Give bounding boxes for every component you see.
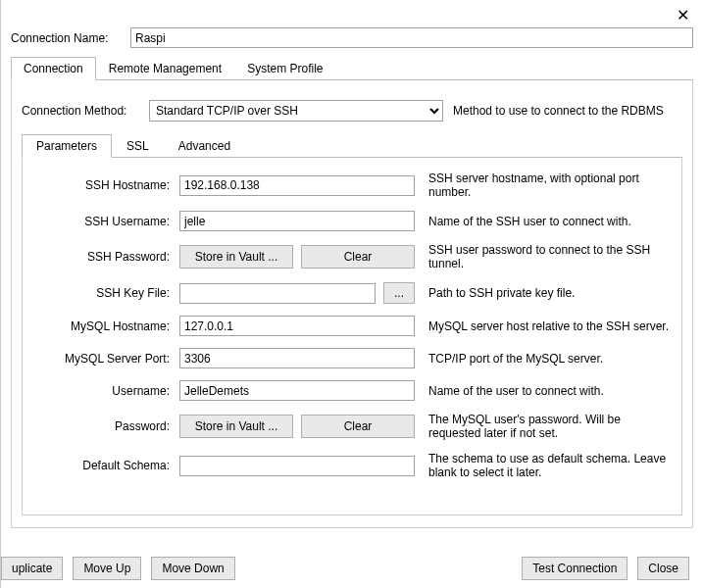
password-store-button[interactable]: Store in Vault ... (179, 415, 293, 438)
content-area: Connection Name: Connection Remote Manag… (1, 0, 703, 528)
ssh-keyfile-label: SSH Key File: (32, 286, 179, 300)
tab-system-profile[interactable]: System Profile (234, 57, 335, 80)
ssh-keyfile-help: Path to SSH private key file. (428, 286, 672, 300)
top-tab-bar: Connection Remote Management System Prof… (11, 56, 693, 80)
connection-name-label: Connection Name: (11, 31, 130, 45)
default-schema-label: Default Schema: (32, 459, 179, 472)
subtab-advanced[interactable]: Advanced (164, 134, 245, 158)
connection-method-row: Connection Method: Standard TCP/IP over … (22, 100, 682, 122)
ssh-keyfile-input[interactable] (179, 283, 376, 304)
mysql-port-help: TCP/IP port of the MySQL server. (428, 352, 672, 366)
mysql-hostname-label: MySQL Hostname: (32, 319, 179, 333)
ssh-hostname-input[interactable] (179, 175, 415, 196)
password-clear-button[interactable]: Clear (301, 415, 415, 438)
footer-bar: uplicate Move Up Move Down Test Connecti… (1, 557, 703, 580)
ssh-password-label: SSH Password: (32, 250, 179, 264)
ssh-username-help: Name of the SSH user to connect with. (428, 215, 672, 228)
password-help: The MySQL user's password. Will be reque… (428, 413, 672, 440)
username-help: Name of the user to connect with. (428, 384, 672, 398)
password-label: Password: (32, 419, 179, 433)
connection-name-row: Connection Name: (11, 27, 693, 48)
ssh-keyfile-browse-button[interactable]: ... (383, 282, 415, 304)
connection-method-label: Connection Method: (22, 104, 149, 118)
ssh-password-clear-button[interactable]: Clear (301, 245, 415, 269)
mysql-port-label: MySQL Server Port: (32, 352, 179, 366)
subtab-ssl[interactable]: SSL (112, 134, 164, 158)
move-down-button[interactable]: Move Down (151, 557, 234, 580)
test-connection-button[interactable]: Test Connection (522, 557, 628, 580)
move-up-button[interactable]: Move Up (73, 557, 141, 580)
connection-name-input[interactable] (130, 27, 693, 48)
username-label: Username: (32, 384, 179, 398)
close-icon[interactable]: ✕ (677, 6, 689, 24)
default-schema-help: The schema to use as default schema. Lea… (428, 452, 672, 479)
subtab-parameters[interactable]: Parameters (22, 134, 112, 158)
mysql-hostname-input[interactable] (179, 316, 415, 336)
ssh-password-help: SSH user password to connect to the SSH … (428, 243, 672, 270)
close-button[interactable]: Close (637, 557, 689, 580)
parameters-panel: SSH Hostname: SSH server hostname, with … (22, 158, 682, 515)
mysql-hostname-help: MySQL server host relative to the SSH se… (428, 319, 672, 333)
dialog-window: ✕ Connection Name: Connection Remote Man… (0, 0, 703, 588)
connection-method-select[interactable]: Standard TCP/IP over SSH (149, 100, 443, 122)
connection-method-help: Method to use to connect to the RDBMS (453, 104, 664, 118)
tab-remote-management[interactable]: Remote Management (96, 57, 234, 80)
ssh-hostname-label: SSH Hostname: (32, 178, 179, 192)
mysql-port-input[interactable] (179, 348, 415, 368)
username-input[interactable] (179, 380, 415, 401)
default-schema-input[interactable] (179, 456, 415, 476)
tab-connection[interactable]: Connection (11, 57, 96, 80)
ssh-username-input[interactable] (179, 211, 415, 231)
ssh-username-label: SSH Username: (32, 215, 179, 228)
ssh-password-store-button[interactable]: Store in Vault ... (179, 245, 293, 269)
connection-tab-panel: Connection Method: Standard TCP/IP over … (11, 80, 693, 528)
sub-tab-bar: Parameters SSL Advanced (22, 133, 682, 158)
duplicate-button[interactable]: uplicate (1, 557, 63, 580)
ssh-hostname-help: SSH server hostname, with optional port … (428, 172, 672, 199)
